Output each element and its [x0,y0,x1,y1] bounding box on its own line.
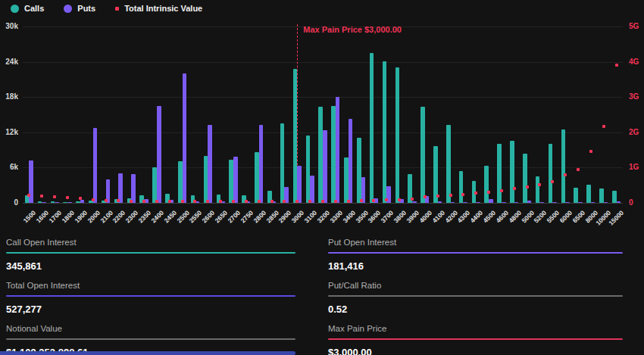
intrinsic-value-dot[interactable] [193,200,196,203]
intrinsic-value-dot[interactable] [424,195,427,198]
intrinsic-value-dot[interactable] [513,187,516,190]
puts-bar[interactable] [80,200,85,203]
puts-bar[interactable] [565,202,570,203]
intrinsic-value-dot[interactable] [602,125,605,128]
calls-bar[interactable] [357,138,361,203]
puts-bar[interactable] [323,130,327,203]
calls-bar[interactable] [510,141,514,203]
intrinsic-value-dot[interactable] [461,193,464,196]
calls-bar[interactable] [586,185,591,203]
calls-bar[interactable] [484,166,489,203]
puts-bar[interactable] [93,128,98,203]
intrinsic-value-dot[interactable] [117,199,120,202]
intrinsic-value-dot[interactable] [40,195,43,198]
calls-bar[interactable] [561,129,566,203]
intrinsic-value-dot[interactable] [551,180,554,183]
intrinsic-value-dot[interactable] [79,197,82,200]
intrinsic-value-dot[interactable] [206,200,209,203]
intrinsic-value-dot[interactable] [295,200,299,203]
intrinsic-value-dot[interactable] [258,200,261,203]
intrinsic-value-dot[interactable] [385,198,388,201]
calls-bar[interactable] [255,152,259,203]
intrinsic-value-dot[interactable] [181,200,184,203]
calls-bar[interactable] [599,188,604,203]
puts-bar[interactable] [349,119,353,203]
intrinsic-value-dot[interactable] [219,200,222,203]
intrinsic-value-dot[interactable] [411,198,414,201]
calls-bar[interactable] [395,67,400,203]
intrinsic-value-dot[interactable] [398,198,401,201]
intrinsic-value-dot[interactable] [334,200,337,203]
intrinsic-value-dot[interactable] [589,150,592,153]
bottom-progress-bar[interactable] [0,351,295,355]
puts-bar[interactable] [233,157,238,203]
intrinsic-value-dot[interactable] [615,64,618,67]
intrinsic-value-dot[interactable] [321,200,324,203]
intrinsic-value-dot[interactable] [92,198,95,201]
calls-bar[interactable] [446,125,451,203]
intrinsic-value-dot[interactable] [526,185,529,188]
puts-bar[interactable] [514,202,519,203]
intrinsic-value-dot[interactable] [66,196,69,199]
calls-bar[interactable] [612,191,617,203]
puts-bar[interactable] [591,202,596,203]
puts-bar[interactable] [336,97,340,203]
calls-bar[interactable] [344,157,349,203]
puts-bar[interactable] [604,202,608,203]
puts-bar[interactable] [502,202,506,203]
puts-bar[interactable] [55,202,59,203]
calls-bar[interactable] [523,154,527,203]
puts-bar[interactable] [489,199,493,203]
puts-bar[interactable] [438,201,442,203]
puts-bar[interactable] [208,125,212,203]
intrinsic-value-dot[interactable] [474,192,477,195]
intrinsic-value-dot[interactable] [436,195,439,198]
intrinsic-value-dot[interactable] [130,200,133,203]
puts-bar[interactable] [463,202,467,203]
intrinsic-value-dot[interactable] [155,200,158,203]
puts-bar[interactable] [527,201,532,203]
intrinsic-value-dot[interactable] [449,194,452,197]
puts-bar[interactable] [617,201,621,203]
intrinsic-value-dot[interactable] [577,168,580,171]
intrinsic-value-dot[interactable] [538,183,541,186]
intrinsic-value-dot[interactable] [53,195,56,198]
intrinsic-value-dot[interactable] [142,200,145,203]
puts-bar[interactable] [259,125,264,203]
puts-bar[interactable] [131,174,136,203]
puts-bar[interactable] [539,202,544,203]
intrinsic-value-dot[interactable] [232,200,235,203]
calls-bar[interactable] [549,144,553,203]
legend-item-calls[interactable]: Calls [11,4,44,13]
puts-bar[interactable] [476,202,480,203]
calls-bar[interactable] [420,107,425,203]
intrinsic-value-dot[interactable] [283,200,286,203]
puts-bar[interactable] [67,202,72,203]
puts-bar[interactable] [578,202,583,203]
puts-bar[interactable] [552,202,557,203]
intrinsic-value-dot[interactable] [308,200,311,203]
intrinsic-value-dot[interactable] [372,199,375,202]
calls-bar[interactable] [536,176,540,203]
calls-bar[interactable] [76,201,80,203]
puts-bar[interactable] [310,176,314,203]
calls-bar[interactable] [459,171,464,203]
legend-item-puts[interactable]: Puts [64,4,95,13]
puts-bar[interactable] [118,173,123,203]
intrinsic-value-dot[interactable] [564,173,567,176]
puts-bar[interactable] [297,166,302,203]
intrinsic-value-dot[interactable] [245,200,248,203]
intrinsic-value-dot[interactable] [360,199,363,202]
calls-bar[interactable] [370,53,374,203]
intrinsic-value-dot[interactable] [168,200,171,203]
puts-bar[interactable] [157,106,161,203]
legend-item-total-intrinsic-value[interactable]: Total Intrinsic Value [115,4,202,13]
puts-bar[interactable] [412,201,417,203]
calls-bar[interactable] [383,61,387,203]
calls-bar[interactable] [574,188,578,203]
intrinsic-value-dot[interactable] [270,200,274,203]
intrinsic-value-dot[interactable] [500,189,503,192]
puts-bar[interactable] [451,202,455,203]
puts-bar[interactable] [42,202,46,203]
calls-bar[interactable] [178,161,183,203]
